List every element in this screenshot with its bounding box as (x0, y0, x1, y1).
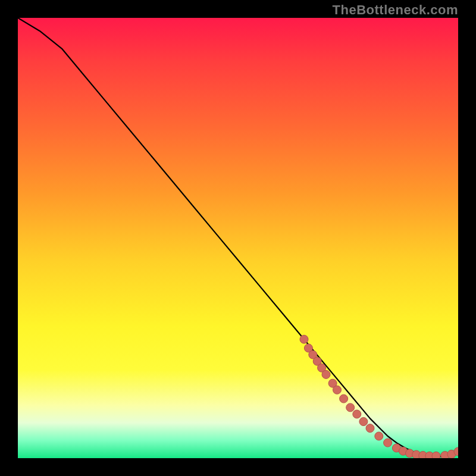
data-markers (300, 335, 458, 458)
data-point (322, 370, 330, 378)
chart-frame: TheBottleneck.com (0, 0, 476, 476)
data-point (340, 394, 348, 403)
data-point (333, 386, 342, 394)
data-point (366, 424, 374, 433)
data-point (346, 403, 355, 412)
data-point (359, 418, 368, 426)
data-point (375, 432, 383, 440)
chart-svg (18, 18, 458, 458)
plot-area (18, 18, 458, 458)
data-point (300, 335, 308, 343)
curve-line (18, 18, 458, 456)
data-point (384, 439, 392, 447)
data-point (353, 410, 361, 418)
data-point (432, 452, 440, 458)
watermark-text: TheBottleneck.com (333, 2, 458, 18)
